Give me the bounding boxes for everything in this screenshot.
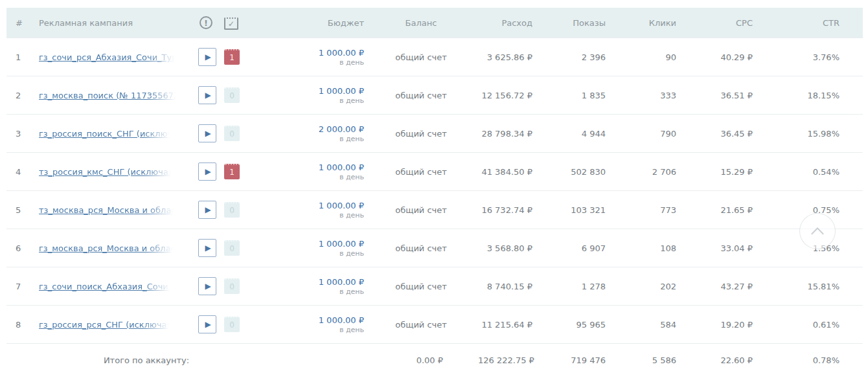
budget-link[interactable]: 1 000.00 ₽ [319, 277, 364, 287]
column-status: ! [193, 8, 219, 38]
schedule-badge[interactable]: 1 [224, 49, 240, 65]
budget-period-label: в день [264, 211, 364, 219]
ctr-value: 15.98% [758, 115, 863, 153]
schedule-badge[interactable]: 0 [224, 87, 240, 103]
ctr-value: 0.61% [758, 306, 863, 344]
balance-value: общий счет [369, 229, 473, 267]
clicks-value: 108 [611, 229, 681, 267]
schedule-badge[interactable]: 0 [224, 126, 240, 141]
impressions-value: 6 907 [538, 229, 611, 267]
chevron-up-icon [811, 227, 824, 240]
budget-link[interactable]: 1 000.00 ₽ [319, 163, 364, 172]
play-button[interactable]: ▶ [198, 239, 216, 257]
impressions-value: 2 396 [538, 38, 611, 76]
play-button[interactable]: ▶ [198, 163, 216, 181]
balance-value: общий счет [369, 191, 473, 229]
balance-value: общий счет [369, 306, 473, 344]
cpc-value: 21.65 ₽ [681, 191, 758, 229]
table-row: 8 гз_россия_рся_СНГ (исключая ▶ 0 1 000.… [6, 306, 863, 344]
play-button[interactable]: ▶ [198, 201, 216, 219]
spend-value: 16 732.74 ₽ [473, 191, 538, 229]
impressions-value: 502 830 [538, 153, 611, 191]
totals-row: Итого по аккаунту: 0.00 ₽ 126 222.75 ₽ 7… [6, 344, 863, 377]
budget-period-label: в день [264, 287, 364, 296]
calendar-check-icon: ✓ [224, 17, 238, 30]
column-schedule: ✓ [219, 8, 259, 38]
campaign-link[interactable]: гз_россия_поиск_СНГ (исключ [39, 129, 172, 139]
ctr-value: 0.54% [758, 153, 863, 191]
impressions-value: 103 321 [538, 191, 611, 229]
row-number: 8 [6, 306, 34, 344]
play-icon: ▶ [205, 320, 211, 328]
table-row: 3 гз_россия_поиск_СНГ (исключ ▶ 0 2 000.… [6, 115, 863, 153]
cpc-value: 15.29 ₽ [681, 153, 758, 191]
ctr-value: 18.15% [758, 76, 863, 115]
row-number: 7 [6, 267, 34, 306]
clicks-value: 2 706 [611, 153, 681, 191]
spend-value: 3 568.80 ₽ [473, 229, 538, 267]
row-number: 5 [6, 191, 34, 229]
play-button[interactable]: ▶ [198, 124, 216, 142]
play-button[interactable]: ▶ [198, 48, 216, 66]
play-button[interactable]: ▶ [198, 315, 216, 333]
spend-value: 8 740.15 ₽ [473, 267, 538, 306]
play-icon: ▶ [205, 91, 211, 99]
row-number: 1 [6, 38, 34, 76]
totals-spend: 126 222.75 ₽ [473, 344, 538, 377]
cpc-value: 36.51 ₽ [681, 76, 758, 115]
spend-value: 28 798.34 ₽ [473, 115, 538, 153]
clicks-value: 333 [611, 76, 681, 115]
spend-value: 41 384.50 ₽ [473, 153, 538, 191]
schedule-badge[interactable]: 0 [224, 240, 240, 256]
campaign-link[interactable]: гз_сочи_поиск_Абхазия_Сочи_ [39, 282, 172, 291]
column-clicks: Клики [611, 8, 681, 38]
ctr-value: 3.76% [758, 38, 863, 76]
campaign-link[interactable]: гз_россия_рся_СНГ (исключая [39, 320, 172, 330]
play-icon: ▶ [205, 129, 211, 137]
column-spend: Расход [473, 8, 538, 38]
play-button[interactable]: ▶ [198, 277, 216, 295]
clicks-value: 584 [611, 306, 681, 344]
totals-clicks: 5 586 [611, 344, 681, 377]
impressions-value: 4 944 [538, 115, 611, 153]
row-number: 6 [6, 229, 34, 267]
budget-link[interactable]: 1 000.00 ₽ [319, 48, 364, 58]
play-icon: ▶ [205, 244, 211, 252]
schedule-badge[interactable]: 1 [224, 164, 240, 179]
budget-link[interactable]: 1 000.00 ₽ [319, 201, 364, 210]
play-button[interactable]: ▶ [198, 86, 216, 104]
column-ctr: CTR [758, 8, 863, 38]
table-header: # Рекламная кампания ! ✓ Бюджет Баланс Р… [6, 8, 863, 38]
schedule-badge[interactable]: 0 [224, 278, 240, 294]
budget-link[interactable]: 1 000.00 ₽ [319, 86, 364, 96]
budget-period-label: в день [264, 135, 364, 143]
campaign-link[interactable]: тз_москва_рся_Москва и облас [39, 205, 176, 215]
budget-link[interactable]: 1 000.00 ₽ [319, 239, 364, 249]
budget-link[interactable]: 2 000.00 ₽ [319, 124, 364, 134]
spend-value: 3 625.86 ₽ [473, 38, 538, 76]
play-icon: ▶ [205, 168, 211, 175]
table-row: 1 гз_сочи_рся_Абхазия_Сочи_Тур ▶ 1 1 000… [6, 38, 863, 76]
budget-period-label: в день [264, 249, 364, 258]
impressions-value: 1 278 [538, 267, 611, 306]
budget-link[interactable]: 1 000.00 ₽ [319, 315, 364, 325]
clicks-value: 90 [611, 38, 681, 76]
balance-value: общий счет [369, 153, 473, 191]
campaign-link[interactable]: гз_москва_рся_Москва и облас [39, 243, 176, 253]
totals-cpc: 22.60 ₽ [681, 344, 758, 377]
schedule-badge[interactable]: 0 [224, 202, 240, 218]
scroll-to-top-button[interactable] [799, 213, 836, 249]
column-impressions: Показы [538, 8, 611, 38]
campaigns-table: # Рекламная кампания ! ✓ Бюджет Баланс Р… [6, 8, 863, 376]
campaign-link[interactable]: гз_сочи_рся_Абхазия_Сочи_Тур [39, 52, 177, 62]
totals-ctr: 0.78% [758, 344, 863, 377]
cpc-value: 40.29 ₽ [681, 38, 758, 76]
cpc-value: 19.20 ₽ [681, 306, 758, 344]
campaign-link[interactable]: тз_россия_кмс_СНГ (исключая [39, 167, 174, 177]
campaign-link[interactable]: гз_москва_поиск (№ 117355672 [39, 91, 179, 100]
totals-impressions: 719 476 [538, 344, 611, 377]
clicks-value: 790 [611, 115, 681, 153]
impressions-value: 1 835 [538, 76, 611, 115]
schedule-badge[interactable]: 0 [224, 317, 240, 332]
column-balance: Баланс [369, 8, 473, 38]
